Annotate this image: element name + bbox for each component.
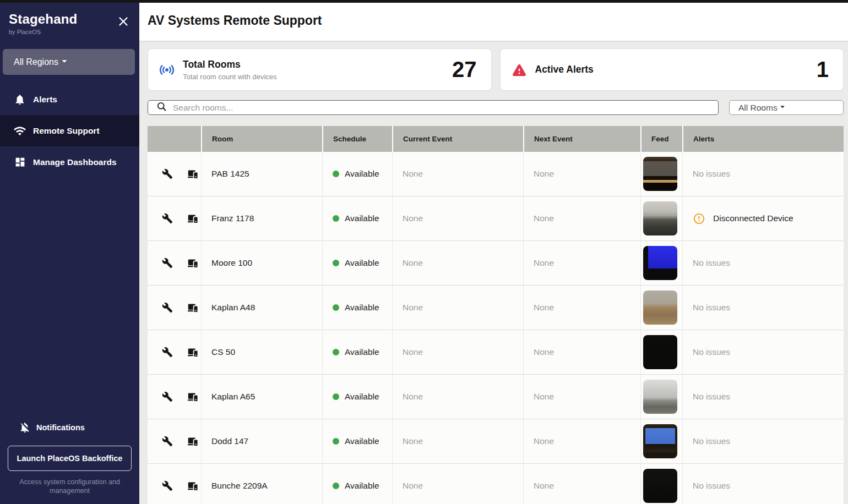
current-event: None (403, 169, 423, 179)
schedule-status: Available (345, 213, 379, 223)
region-selector[interactable]: All Regions (3, 49, 135, 75)
sidebar-item-manage-dashboards[interactable]: Manage Dashboards (0, 146, 139, 178)
alert-text: No issues (693, 392, 730, 402)
rooms-filter-select[interactable]: All Rooms (729, 100, 844, 115)
feed-thumbnail[interactable] (643, 380, 677, 414)
available-status-dot (333, 483, 339, 489)
alert-text: No issues (693, 303, 730, 313)
devices-icon[interactable] (187, 258, 198, 269)
available-status-dot (333, 260, 339, 266)
next-event: None (534, 436, 554, 446)
devices-icon[interactable] (187, 168, 198, 179)
feed-thumbnail[interactable] (643, 424, 677, 458)
dashboard-icon (13, 156, 26, 169)
page-title: AV Systems Remote Support (148, 13, 848, 28)
sidebar-item-alerts[interactable]: Alerts (0, 84, 139, 115)
page-header: AV Systems Remote Support (139, 0, 848, 41)
active-alerts-card: Active Alerts 1 (500, 48, 844, 91)
room-name: Bunche 2209A (211, 481, 268, 491)
disconnected-warning-icon (693, 212, 705, 225)
rooms-filter-value: All Rooms (738, 103, 778, 113)
devices-icon[interactable] (187, 480, 198, 491)
next-event: None (534, 481, 554, 491)
region-selector-value: All Regions (14, 57, 58, 67)
notifications-toggle[interactable]: Notifications (0, 421, 139, 434)
schedule-status: Available (345, 303, 379, 313)
table-row: PAB 1425 Available None None No issues (148, 152, 844, 196)
current-event: None (403, 347, 423, 357)
wifi-icon (13, 124, 26, 138)
configure-wrench-icon[interactable] (162, 436, 173, 447)
table-row: Bunche 2209A Available None None No issu… (148, 464, 844, 504)
room-name: Kaplan A48 (211, 303, 255, 313)
feed-thumbnail[interactable] (643, 201, 677, 235)
column-header-current-event: Current Event (392, 126, 523, 152)
warning-triangle-icon (510, 61, 528, 79)
column-header-next-event: Next Event (523, 126, 640, 152)
column-header-room: Room (201, 126, 322, 152)
launch-backoffice-button[interactable]: Launch PlaceOS Backoffice (8, 446, 132, 471)
close-sidebar-button[interactable] (115, 14, 132, 31)
alert-text: No issues (693, 347, 730, 357)
feed-thumbnail[interactable] (643, 469, 677, 503)
total-rooms-subtitle: Total room count with devices (183, 73, 277, 81)
room-name: PAB 1425 (211, 169, 249, 179)
configure-wrench-icon[interactable] (162, 347, 173, 358)
room-name: Franz 1178 (211, 213, 254, 223)
alert-text: No issues (693, 169, 730, 179)
feed-thumbnail[interactable] (643, 335, 677, 369)
available-status-dot (333, 349, 339, 355)
schedule-status: Available (345, 392, 379, 402)
sidebar-item-label: Alerts (33, 95, 57, 105)
feed-thumbnail[interactable] (643, 246, 677, 280)
table-row: Kaplan A65 Available None None No issues (148, 375, 844, 419)
available-status-dot (333, 304, 339, 311)
next-event: None (534, 392, 554, 402)
devices-icon[interactable] (187, 436, 198, 447)
schedule-status: Available (345, 436, 379, 446)
devices-icon[interactable] (187, 391, 198, 402)
current-event: None (403, 392, 423, 402)
alert-text: No issues (693, 436, 730, 446)
configure-wrench-icon[interactable] (162, 213, 173, 224)
column-header-alerts: Alerts (682, 126, 844, 152)
next-event: None (534, 213, 554, 223)
next-event: None (534, 258, 554, 268)
configure-wrench-icon[interactable] (162, 391, 173, 402)
sidebar-item-label: Manage Dashboards (33, 157, 117, 167)
total-rooms-card: Total Rooms Total room count with device… (148, 48, 492, 91)
configure-wrench-icon[interactable] (162, 302, 173, 313)
schedule-status: Available (345, 169, 379, 179)
feed-thumbnail[interactable] (643, 291, 677, 325)
devices-icon[interactable] (187, 302, 198, 313)
room-name: Kaplan A65 (211, 392, 255, 402)
configure-wrench-icon[interactable] (162, 258, 173, 269)
configure-wrench-icon[interactable] (162, 168, 173, 179)
chevron-down-icon (58, 55, 70, 69)
room-name: Moore 100 (211, 258, 252, 268)
alert-text: No issues (693, 258, 730, 268)
active-alerts-value: 1 (817, 57, 829, 82)
current-event: None (403, 436, 423, 446)
configure-wrench-icon[interactable] (162, 480, 173, 491)
close-icon (116, 14, 131, 31)
table-body: PAB 1425 Available None None No issues (148, 152, 844, 504)
wireless-signal-icon (158, 61, 176, 79)
search-input[interactable] (173, 103, 710, 113)
notifications-off-icon (19, 421, 31, 434)
room-name: Dodd 147 (211, 436, 248, 446)
sidebar-item-remote-support[interactable]: Remote Support (0, 115, 139, 146)
devices-icon[interactable] (187, 347, 198, 358)
sidebar-item-label: Remote Support (33, 126, 100, 136)
devices-icon[interactable] (187, 213, 198, 224)
available-status-dot (333, 171, 339, 177)
feed-thumbnail[interactable] (643, 157, 677, 191)
search-box (148, 100, 719, 115)
next-event: None (534, 169, 554, 179)
rooms-table: Room Schedule Current Event Next Event F… (148, 126, 844, 504)
window-top-edge (0, 0, 848, 3)
schedule-status: Available (345, 347, 379, 357)
total-rooms-title: Total Rooms (183, 59, 277, 70)
current-event: None (403, 481, 423, 491)
chevron-down-icon (778, 102, 787, 114)
